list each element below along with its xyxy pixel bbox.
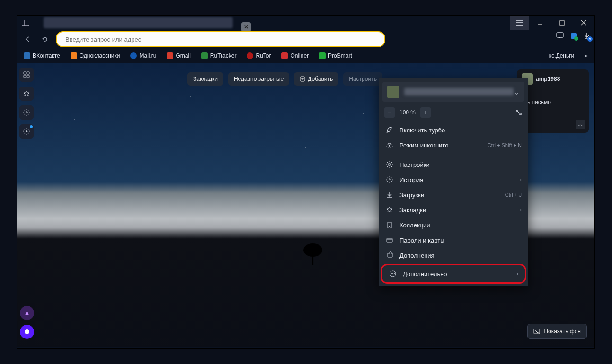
alice-button[interactable]	[20, 325, 34, 339]
chip-label: Недавно закрытые	[234, 76, 284, 82]
chip-bookmarks[interactable]: Закладки	[187, 72, 223, 86]
menu-item-label: Загрузки	[399, 191, 424, 199]
menu-item-label: Дополнения	[399, 252, 435, 259]
menu-item-label: Дополнительно	[403, 270, 447, 277]
fullscreen-button[interactable]	[515, 109, 523, 116]
menu-item-incognito[interactable]: Режим инкогнито Ctrl + Shift + N	[379, 138, 528, 153]
widget-count: 30	[522, 88, 584, 95]
menu-item-label: Режим инкогнито	[399, 142, 448, 149]
menu-item-label: Настройки	[399, 161, 430, 168]
bookmark-mailru[interactable]: Mail.ru	[130, 52, 156, 59]
svg-rect-30	[387, 238, 392, 242]
chip-label: Настроить	[349, 76, 377, 82]
main-menu-button[interactable]	[510, 16, 529, 30]
menu-item-shortcut: Ctrl + J	[505, 192, 522, 198]
menu-item-addons[interactable]: Дополнения	[379, 248, 528, 263]
address-bar[interactable]	[56, 31, 385, 47]
apps-button[interactable]	[20, 306, 34, 320]
svg-point-34	[392, 273, 393, 274]
back-button[interactable]	[22, 33, 34, 45]
feedback-icon[interactable]	[556, 32, 564, 40]
svg-point-24	[535, 330, 536, 331]
bookmarks-bar: ВКонтакте Одноклассники Mail.ru Gmail Ru…	[17, 49, 594, 63]
svg-point-28	[388, 163, 391, 166]
menu-item-label: Включить турбо	[399, 127, 445, 134]
history-button[interactable]	[19, 105, 34, 120]
chip-configure[interactable]: Настроить	[343, 72, 382, 86]
reload-button[interactable]	[39, 33, 51, 45]
titlebar: ✕	[17, 16, 594, 30]
svg-rect-12	[27, 72, 29, 74]
bookmarks-overflow-icon[interactable]: »	[585, 52, 588, 59]
menu-item-bookmarks[interactable]: Закладки ›	[379, 202, 528, 217]
bookmark-label: Одноклассники	[80, 52, 120, 59]
bookmark-label: ProSmart	[328, 52, 352, 59]
menu-item-settings[interactable]: Настройки	[379, 155, 528, 172]
widget-collapse-icon[interactable]: ︿	[576, 120, 585, 129]
menu-item-label: История	[399, 176, 423, 183]
window-close-button[interactable]	[573, 16, 594, 30]
address-input[interactable]	[64, 35, 377, 43]
zoom-value: 100 %	[399, 109, 416, 116]
chevron-right-icon: ›	[516, 270, 518, 277]
svg-rect-14	[27, 75, 29, 78]
menu-item-shortcut: Ctrl + Shift + N	[488, 142, 522, 148]
media-button[interactable]	[19, 124, 34, 139]
bookmark-yandex-money[interactable]: кс.Деньги	[549, 52, 574, 59]
widget-action[interactable]: ать письмо	[522, 99, 584, 105]
widget-username: amp1988	[536, 76, 560, 82]
window-maximize-button[interactable]	[551, 16, 573, 30]
bookmark-label: Gmail	[176, 52, 190, 59]
downloads-icon[interactable]: 5	[583, 32, 591, 40]
history-icon	[385, 176, 394, 183]
svg-rect-11	[24, 72, 26, 74]
bookmark-label: Onliner	[290, 52, 309, 59]
menu-profile-row[interactable]: ⌄	[382, 82, 524, 102]
main-menu: ⌄ − 100 % + Включить турбо Режим инкогни…	[379, 78, 528, 286]
bookmark-label: ВКонтакте	[33, 52, 60, 59]
chip-label: Закладки	[193, 76, 218, 82]
gear-icon	[385, 161, 394, 168]
menu-item-downloads[interactable]: Загрузки Ctrl + J	[379, 187, 528, 202]
menu-item-turbo[interactable]: Включить турбо	[379, 122, 528, 138]
sidebar-toggle-icon[interactable]	[17, 20, 34, 26]
bookmark-onliner[interactable]: Onliner	[281, 52, 309, 59]
chip-recent[interactable]: Недавно закрытые	[228, 72, 289, 86]
plus-box-icon	[300, 76, 305, 82]
zoom-out-button[interactable]: −	[384, 107, 395, 118]
show-background-button[interactable]: Показать фон	[527, 324, 587, 339]
bookmark-label: Mail.ru	[139, 52, 156, 59]
tableau-button[interactable]	[19, 68, 34, 82]
bookmark-prosmart[interactable]: ProSmart	[319, 52, 352, 59]
collections-shortcut-icon[interactable]	[570, 32, 577, 40]
favorites-button[interactable]	[19, 87, 34, 101]
menu-item-label: Пароли и карты	[399, 237, 445, 244]
menu-item-more[interactable]: Дополнительно ›	[382, 265, 525, 282]
bookmark-gmail[interactable]: Gmail	[167, 52, 190, 59]
bookmark-odnoklassniki[interactable]: Одноклассники	[71, 52, 120, 59]
svg-point-26	[387, 145, 390, 147]
svg-line-25	[517, 111, 521, 114]
zoom-in-button[interactable]: +	[420, 107, 431, 118]
new-tab-content: Закладки Недавно закрытые Добавить Настр…	[17, 63, 594, 347]
window-minimize-button[interactable]	[529, 16, 551, 30]
bookmark-vkontakte[interactable]: ВКонтакте	[24, 52, 60, 59]
bookmark-rutracker[interactable]: RuTracker	[201, 52, 237, 59]
browser-window: ✕ 5	[17, 16, 594, 348]
browser-tab[interactable]	[44, 17, 233, 28]
chip-add[interactable]: Добавить	[294, 72, 338, 86]
menu-item-collections[interactable]: Коллекции	[379, 217, 528, 233]
flag-icon	[385, 221, 394, 229]
menu-item-label: Коллекции	[399, 222, 430, 229]
bookmark-label: RuTor	[256, 52, 271, 59]
menu-item-label: Закладки	[399, 207, 426, 214]
menu-item-history[interactable]: История ›	[379, 172, 528, 187]
image-icon	[533, 329, 540, 334]
more-icon	[389, 270, 397, 277]
bookmark-rutor[interactable]: RuTor	[247, 52, 271, 59]
svg-rect-13	[24, 75, 26, 78]
toolbar: 5	[17, 30, 594, 49]
menu-item-passwords[interactable]: Пароли и карты	[379, 233, 528, 248]
svg-rect-0	[22, 20, 29, 26]
profile-name-blurred	[404, 88, 514, 95]
